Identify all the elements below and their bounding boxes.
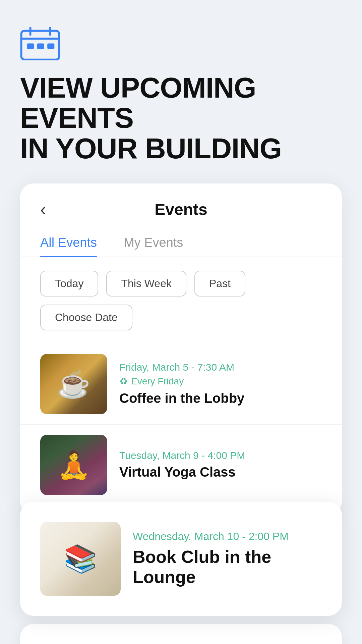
event-image-book bbox=[40, 522, 121, 596]
event-name: Book Club in the Lounge bbox=[133, 547, 322, 587]
filter-this-week[interactable]: This Week bbox=[106, 271, 186, 297]
filter-today[interactable]: Today bbox=[40, 271, 98, 297]
event-list: Friday, March 5 - 7:30 AM ♻ Every Friday… bbox=[20, 340, 342, 515]
event-name: Coffee in the Lobby bbox=[119, 390, 322, 406]
headline-line1: VIEW UPCOMING EVENTS bbox=[20, 72, 342, 133]
expanded-card-book-club[interactable]: Wednesday, March 10 - 2:00 PM Book Club … bbox=[20, 502, 342, 616]
filter-past[interactable]: Past bbox=[194, 271, 245, 297]
card-header: ‹ Events bbox=[20, 183, 342, 229]
event-image-coffee bbox=[40, 354, 107, 414]
headline: VIEW UPCOMING EVENTS IN YOUR BUILDING bbox=[20, 72, 342, 163]
event-info-book: Wednesday, March 10 - 2:00 PM Book Club … bbox=[133, 530, 322, 587]
event-date: Friday, March 5 - 7:30 AM bbox=[119, 362, 322, 373]
tab-all-events[interactable]: All Events bbox=[40, 229, 97, 257]
event-date: Wednesday, March 10 - 2:00 PM bbox=[133, 530, 322, 543]
list-item[interactable]: Friday, March 5 - 7:30 AM ♻ Every Friday… bbox=[20, 344, 342, 425]
svg-rect-5 bbox=[37, 43, 44, 49]
bottom-card-meet-greet[interactable]: Thursday, March 11 - 8:00 AM Building Me… bbox=[20, 624, 342, 644]
page-wrapper: VIEW UPCOMING EVENTS IN YOUR BUILDING ‹ … bbox=[0, 0, 362, 644]
app-card: ‹ Events All Events My Events Today This… bbox=[20, 183, 342, 515]
headline-line2: IN YOUR BUILDING bbox=[20, 133, 342, 163]
event-image-yoga bbox=[40, 435, 107, 495]
filter-choose-date[interactable]: Choose Date bbox=[40, 305, 132, 330]
event-date: Tuesday, March 9 - 4:00 PM bbox=[119, 450, 322, 461]
event-name: Virtual Yoga Class bbox=[119, 464, 322, 480]
filter-row: Today This Week Past Choose Date bbox=[20, 257, 342, 340]
bottom-item: Thursday, March 11 - 8:00 AM Building Me… bbox=[20, 634, 342, 644]
event-info-coffee: Friday, March 5 - 7:30 AM ♻ Every Friday… bbox=[119, 362, 322, 406]
card-title: Events bbox=[155, 200, 207, 219]
tabs-row: All Events My Events bbox=[20, 229, 342, 257]
event-info-yoga: Tuesday, March 9 - 4:00 PM Virtual Yoga … bbox=[119, 450, 322, 480]
back-button[interactable]: ‹ bbox=[40, 201, 46, 218]
event-recurring: ♻ Every Friday bbox=[119, 376, 322, 387]
svg-rect-4 bbox=[27, 43, 34, 49]
svg-rect-6 bbox=[47, 43, 54, 49]
list-item[interactable]: Tuesday, March 9 - 4:00 PM Virtual Yoga … bbox=[20, 425, 342, 505]
tab-my-events[interactable]: My Events bbox=[124, 229, 183, 257]
recurring-icon: ♻ bbox=[119, 376, 128, 387]
header-section: VIEW UPCOMING EVENTS IN YOUR BUILDING bbox=[20, 27, 342, 163]
expanded-item: Wednesday, March 10 - 2:00 PM Book Club … bbox=[20, 512, 342, 606]
calendar-icon bbox=[20, 27, 342, 62]
